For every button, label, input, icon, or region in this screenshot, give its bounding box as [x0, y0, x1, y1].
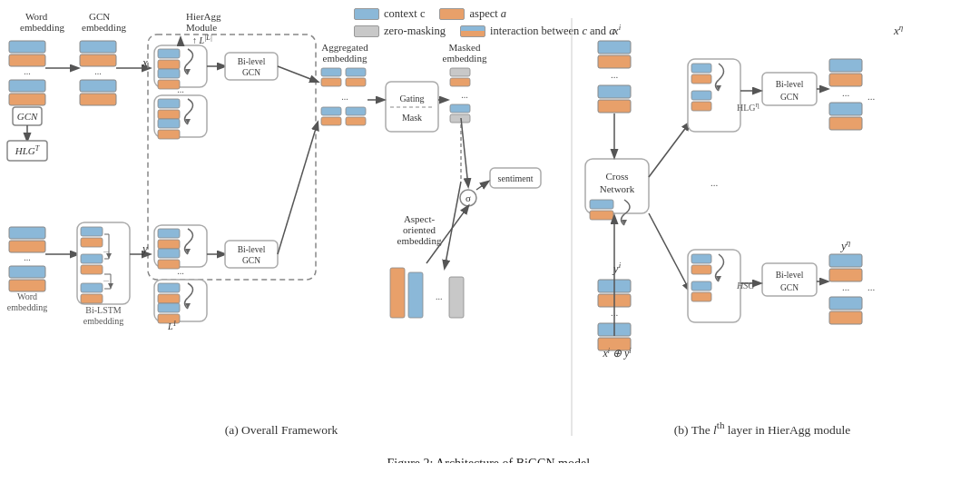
xeta-ctx2 — [829, 103, 862, 115]
cross-ctx — [590, 200, 613, 209]
gcn-embedding-label2: embedding — [82, 22, 126, 33]
hlg-ctx1 — [691, 64, 711, 73]
yeta-ctx2 — [829, 297, 862, 310]
we-top-asp1 — [9, 54, 45, 66]
aspect-bar3 — [449, 277, 464, 318]
hsg-asp1 — [691, 265, 711, 274]
right-dots2: ... — [867, 281, 876, 292]
we-top-ctx2 — [9, 80, 45, 92]
hieragg-bot-dots: ... — [177, 266, 184, 276]
bilstm-dots-inner: ... — [103, 246, 109, 254]
we-top-asp2 — [9, 94, 45, 105]
top-inter-asp3 — [158, 110, 180, 119]
hlg-asp1 — [691, 74, 711, 84]
we-top-ctx1 — [9, 41, 45, 53]
top-inter-asp1 — [158, 60, 180, 69]
figure-container: context c aspect a zero-masking interact… — [0, 0, 980, 493]
bot-inter-ctx1 — [158, 229, 180, 238]
xeta-ctx1 — [829, 59, 862, 72]
bilstm-ctx3 — [81, 283, 103, 292]
xi-plus-yi-label: xi ⊕ yi — [602, 347, 631, 360]
mid-dots-right: ... — [710, 177, 719, 188]
bilstm-label2: embedding — [83, 316, 123, 326]
top-inter-ctx2 — [158, 69, 180, 78]
aspect-orient-label2: oriented — [403, 224, 436, 235]
masked-dots: ... — [461, 90, 468, 100]
hieragg-module-label2: Module — [186, 22, 217, 33]
panel-a-label: (a) Overall Framework — [225, 423, 338, 437]
bot-inter-ctx2 — [158, 249, 180, 258]
top-inter-ctx1 — [158, 49, 180, 58]
xi-label: xi — [612, 23, 622, 37]
l1-label: L1 — [167, 320, 177, 332]
aspect-bar-dots: ... — [436, 291, 443, 301]
gcn-emb-ctx2 — [80, 80, 116, 92]
gcn-label: GCN — [17, 111, 38, 122]
xi-dots: ... — [611, 69, 619, 80]
agg-emb-label1: Aggregated — [321, 42, 368, 53]
bilstm-asp2 — [81, 265, 103, 274]
y-label: y — [141, 242, 148, 255]
agg-emb-label2: embedding — [323, 53, 368, 64]
we-bot-asp2 — [9, 280, 45, 291]
top-inter-ctx3 — [158, 99, 180, 108]
hsg-italic: HSG — [736, 281, 754, 291]
sentiment-label: sentiment — [498, 173, 534, 183]
top-inter-asp4 — [158, 130, 180, 139]
cross-asp — [590, 211, 613, 220]
aspect-orient-label1: Aspect- — [404, 213, 436, 224]
we-bot-dots: ... — [24, 252, 31, 262]
main-diagram-svg: Word embedding GCN embedding HierAgg Mod… — [0, 0, 980, 463]
bilevel-gcn-tr-label1: Bi-level — [776, 80, 804, 89]
xeta-asp2 — [829, 117, 862, 130]
agg-ctx4 — [346, 107, 366, 115]
hieragg-module-label: HierAgg — [186, 11, 221, 22]
xeta-dots: ... — [842, 87, 850, 98]
bilevel-gcn-top-label2: GCN — [242, 68, 260, 77]
sigma-to-sentiment-arrow — [476, 182, 488, 190]
we-bot-asp1 — [9, 241, 45, 252]
bilstm-label1: Bi-LSTM — [85, 305, 122, 315]
bilevel-top-to-agg — [278, 66, 318, 82]
xi-asp2 — [598, 100, 631, 113]
xi-ctx1 — [598, 41, 631, 54]
yeta-label: yη — [839, 238, 851, 252]
cross-to-hsg-arrow — [649, 213, 690, 291]
yeta-dots: ... — [842, 281, 850, 292]
cross-network-label2: Network — [600, 183, 635, 194]
word-embedding-label-top2: embedding — [20, 22, 64, 33]
yeta-asp1 — [829, 269, 862, 281]
bot-inter-ctx3 — [158, 283, 180, 292]
word-embedding-label-top: Word — [25, 11, 48, 22]
masked-asp1 — [450, 78, 470, 86]
bilstm-asp3 — [81, 294, 103, 303]
agg-ctx2 — [346, 68, 366, 76]
sigma-label: σ — [466, 192, 471, 203]
masked-to-sigma-arrow — [461, 118, 468, 186]
yeta-ctx1 — [829, 254, 862, 267]
masked-to-aspect-arrow — [445, 182, 461, 268]
gating-label: Gating — [399, 94, 424, 104]
xeta-asp1 — [829, 74, 862, 86]
agg-asp2 — [346, 78, 366, 86]
agg-asp3 — [321, 117, 341, 125]
yeta-asp2 — [829, 311, 862, 324]
bilevel-gcn-top-label1: Bi-level — [238, 57, 266, 66]
agg-dots: ... — [341, 92, 348, 102]
bot-inter-ctx4 — [158, 303, 180, 312]
masked-emb-label2: embedding — [443, 53, 487, 64]
hlg-asp2 — [691, 102, 711, 111]
agg-asp1 — [321, 78, 341, 86]
masked-gray2 — [450, 114, 470, 123]
bilstm-ctx1 — [81, 227, 103, 236]
bilevel-gcn-tr-label2: GCN — [780, 93, 799, 102]
bilevel-gcn-bot-label1: Bi-level — [238, 245, 266, 254]
cross-network-label1: Cross — [605, 171, 628, 182]
right-dots1: ... — [867, 91, 876, 102]
l-label-top: ↑ L|L| — [192, 34, 212, 46]
figure-caption: Figure 2: Architecture of BiGCN model. — [387, 457, 593, 463]
bot-inter-asp1 — [158, 240, 180, 249]
agg-ctx1 — [321, 68, 341, 76]
gcn-emb-dots1: ... — [94, 66, 102, 76]
hsg-ctx1 — [691, 254, 711, 263]
